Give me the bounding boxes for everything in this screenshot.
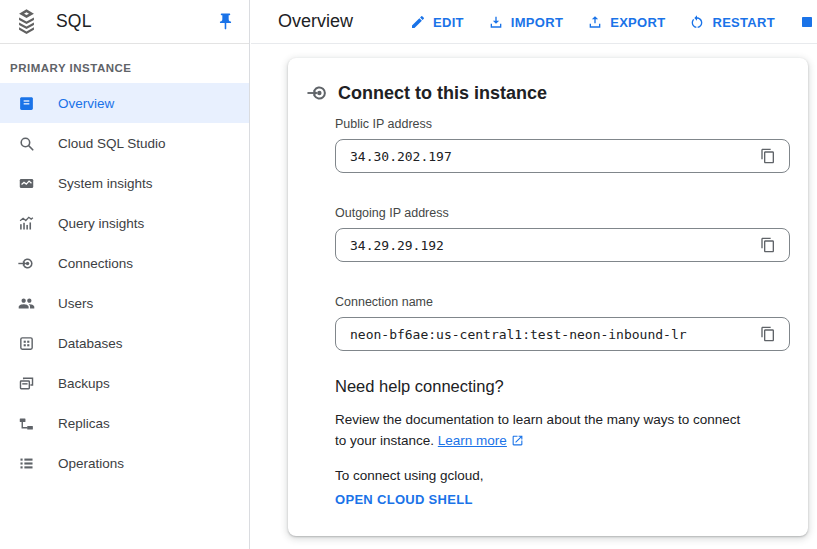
sidebar-item-connections[interactable]: Connections bbox=[0, 243, 249, 283]
sidebar-item-users[interactable]: Users bbox=[0, 283, 249, 323]
import-icon bbox=[488, 14, 504, 30]
sidebar-item-label: Connections bbox=[58, 256, 133, 271]
sidebar-item-label: Operations bbox=[58, 456, 124, 471]
copy-connection-name-button[interactable] bbox=[755, 321, 781, 347]
sidebar-nav: Overview Cloud SQL Studio System insight… bbox=[0, 83, 249, 483]
sidebar-item-databases[interactable]: Databases bbox=[0, 323, 249, 363]
public-ip-value: 34.30.202.197 bbox=[350, 149, 755, 164]
stop-button[interactable]: STOP bbox=[799, 14, 817, 30]
main-area: Overview EDIT IMPORT EXPORT bbox=[251, 0, 817, 549]
outgoing-ip-field[interactable]: 34.29.29.192 bbox=[335, 228, 790, 262]
sidebar-item-replicas[interactable]: Replicas bbox=[0, 403, 249, 443]
sidebar: SQL PRIMARY INSTANCE Overview Cloud SQL … bbox=[0, 0, 250, 549]
search-icon bbox=[18, 135, 35, 152]
sidebar-item-query-insights[interactable]: Query insights bbox=[0, 203, 249, 243]
outgoing-ip-label: Outgoing IP address bbox=[335, 206, 790, 220]
field-public-ip: Public IP address 34.30.202.197 bbox=[335, 117, 790, 173]
restart-button[interactable]: RESTART bbox=[689, 14, 775, 30]
connection-name-value: neon-bf6ae:us-central1:test-neon-inbound… bbox=[350, 327, 755, 342]
gcloud-text: To connect using gcloud, bbox=[335, 468, 750, 483]
sidebar-item-backups[interactable]: Backups bbox=[0, 363, 249, 403]
copy-outgoing-ip-button[interactable] bbox=[755, 232, 781, 258]
field-outgoing-ip: Outgoing IP address 34.29.29.192 bbox=[335, 206, 790, 262]
system-insights-icon bbox=[18, 175, 35, 192]
connection-name-label: Connection name bbox=[335, 295, 790, 309]
import-button-label: IMPORT bbox=[511, 15, 563, 30]
sidebar-item-overview[interactable]: Overview bbox=[0, 83, 249, 123]
export-button[interactable]: EXPORT bbox=[587, 14, 665, 30]
overview-icon bbox=[18, 95, 35, 112]
copy-public-ip-button[interactable] bbox=[755, 143, 781, 169]
sidebar-item-label: Users bbox=[58, 296, 93, 311]
pin-button[interactable] bbox=[215, 12, 235, 32]
import-button[interactable]: IMPORT bbox=[488, 14, 563, 30]
sidebar-item-label: System insights bbox=[58, 176, 153, 191]
sidebar-item-label: Databases bbox=[58, 336, 123, 351]
sidebar-item-system-insights[interactable]: System insights bbox=[0, 163, 249, 203]
connect-card-title: Connect to this instance bbox=[338, 83, 547, 104]
sidebar-item-label: Replicas bbox=[58, 416, 110, 431]
connections-icon bbox=[18, 255, 35, 272]
connect-card: Connect to this instance Public IP addre… bbox=[288, 58, 808, 536]
help-body: Review the documentation to learn about … bbox=[335, 409, 750, 451]
open-in-new-icon bbox=[511, 434, 524, 447]
connect-card-body: Public IP address 34.30.202.197 Outgoing… bbox=[288, 117, 808, 508]
operations-icon bbox=[18, 455, 35, 472]
help-title: Need help connecting? bbox=[335, 377, 750, 396]
cloud-sql-logo-icon bbox=[13, 8, 40, 35]
query-insights-icon bbox=[18, 215, 35, 232]
replicas-icon bbox=[18, 415, 35, 432]
sidebar-item-label: Query insights bbox=[58, 216, 144, 231]
learn-more-link[interactable]: Learn more bbox=[438, 433, 507, 448]
topbar-actions: EDIT IMPORT EXPORT RESTAR bbox=[410, 0, 817, 44]
sidebar-section-label: PRIMARY INSTANCE bbox=[10, 62, 239, 74]
pin-icon bbox=[216, 12, 235, 31]
help-section: Need help connecting? Review the documen… bbox=[335, 377, 790, 508]
sidebar-item-label: Backups bbox=[58, 376, 110, 391]
stop-icon bbox=[799, 14, 815, 30]
sidebar-item-label: Overview bbox=[58, 96, 114, 111]
help-body-text: Review the documentation to learn about … bbox=[335, 412, 740, 448]
databases-icon bbox=[18, 335, 35, 352]
field-connection-name: Connection name neon-bf6ae:us-central1:t… bbox=[335, 295, 790, 351]
copy-icon bbox=[760, 237, 776, 253]
copy-icon bbox=[760, 148, 776, 164]
users-icon bbox=[18, 295, 35, 312]
connection-name-field[interactable]: neon-bf6ae:us-central1:test-neon-inbound… bbox=[335, 317, 790, 351]
pencil-icon bbox=[410, 14, 426, 30]
topbar: Overview EDIT IMPORT EXPORT bbox=[251, 0, 817, 44]
sidebar-item-label: Cloud SQL Studio bbox=[58, 136, 166, 151]
export-icon bbox=[587, 14, 603, 30]
backups-icon bbox=[18, 375, 35, 392]
restart-icon bbox=[689, 14, 705, 30]
copy-icon bbox=[760, 326, 776, 342]
edit-button-label: EDIT bbox=[433, 15, 464, 30]
app-title: SQL bbox=[56, 11, 215, 32]
public-ip-field[interactable]: 34.30.202.197 bbox=[335, 139, 790, 173]
sidebar-item-cloud-sql-studio[interactable]: Cloud SQL Studio bbox=[0, 123, 249, 163]
open-cloud-shell-link[interactable]: OPEN CLOUD SHELL bbox=[335, 492, 473, 507]
page-title: Overview bbox=[278, 11, 353, 32]
connect-icon bbox=[307, 82, 329, 104]
restart-button-label: RESTART bbox=[712, 15, 775, 30]
public-ip-label: Public IP address bbox=[335, 117, 790, 131]
connect-card-header: Connect to this instance bbox=[288, 58, 808, 104]
sidebar-item-operations[interactable]: Operations bbox=[0, 443, 249, 483]
export-button-label: EXPORT bbox=[610, 15, 665, 30]
sidebar-header: SQL bbox=[0, 0, 249, 44]
edit-button[interactable]: EDIT bbox=[410, 14, 464, 30]
outgoing-ip-value: 34.29.29.192 bbox=[350, 238, 755, 253]
